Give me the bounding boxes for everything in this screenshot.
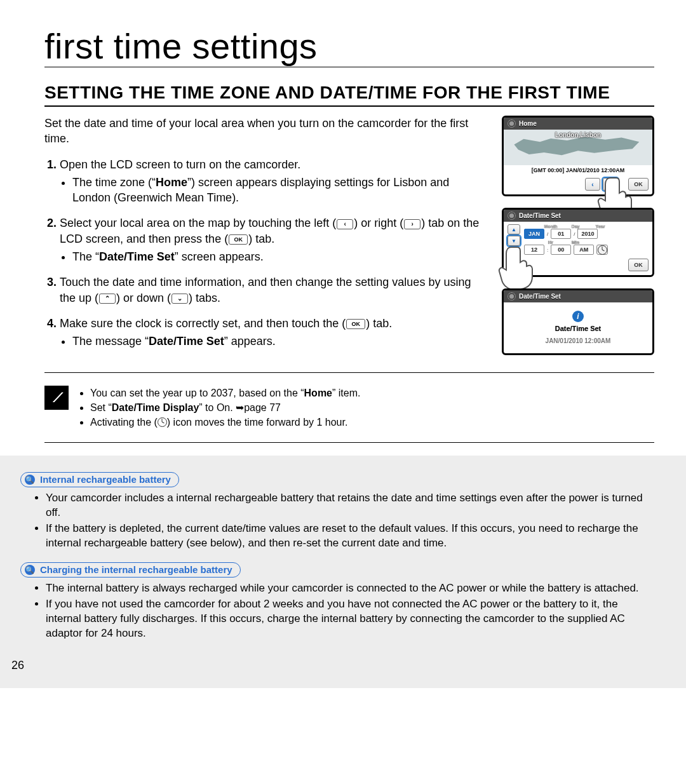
left-arrow-icon: ‹ [337,219,353,229]
info-item: If the battery is depleted, the current … [46,522,654,551]
topic-heading-2: 🔍 Charging the internal rechargeable bat… [20,562,241,578]
figure-confirm-title: Date/Time Set [508,325,649,332]
step-4-sub: The message “Date/Time Set” appears. [72,334,487,349]
intro-text: Set the date and time of your local area… [44,116,487,147]
month-field[interactable]: JAN [524,229,544,239]
step-4-text: Make sure the clock is correctly set, an… [60,317,392,330]
note-item: You can set the year up to 2037, based o… [90,386,360,400]
info-icon: i [572,311,584,322]
section-heading: SETTING THE TIME ZONE AND DATE/TIME FOR … [44,83,654,107]
step-1-text: Open the LCD screen to turn on the camco… [60,158,300,171]
figure-confirm-value: JAN/01/2010 12:00AM [508,337,649,344]
note-item: Activating the () icon moves the time fo… [90,415,360,429]
down-arrow-icon: ⌄ [172,294,188,304]
magnifier-icon: 🔍 [25,475,35,485]
ok-icon: OK [229,234,248,245]
step-4: Make sure the clock is correctly set, an… [60,316,487,349]
step-3: Touch the date and time information, and… [60,274,487,306]
info-item: If you have not used the camcorder for a… [46,597,654,641]
minute-field[interactable]: 00 [551,245,571,255]
dst-icon [158,417,167,427]
info-item: Your camcorder includes a internal recha… [46,491,654,520]
page-title: first time settings [44,25,654,67]
figure-home-header: Home [519,120,537,127]
note-box: ⁄⁄ You can set the year up to 2037, base… [44,386,654,430]
step-2-sub: The “Date/Time Set” screen appears. [72,249,487,264]
step-2: Select your local area on the map by tou… [60,215,487,264]
step-1-sub: The time zone (“Home”) screen appears di… [72,175,487,206]
topic-heading-1: 🔍 Internal rechargeable battery [20,472,179,487]
day-field[interactable]: 01 [551,229,571,239]
ok-button[interactable]: OK [628,259,649,271]
figure-datetime-header: Date/Time Set [519,212,561,219]
dst-icon[interactable] [596,245,608,255]
note-icon: ⁄⁄ [44,386,69,410]
page-number: 26 [11,658,24,673]
step-3-text: Touch the date and time information, and… [60,276,471,304]
figure-home-city: London,Lisbon [504,132,652,139]
note-item: Set “Date/Time Display” to On. ➥page 77 [90,400,360,415]
info-box: 🔍 Internal rechargeable battery Your cam… [0,456,686,688]
year-field[interactable]: 2010 [577,229,598,239]
right-arrow-icon: › [404,219,420,229]
info-item: The internal battery is always recharged… [46,581,654,596]
figure-confirm-header: Date/Time Set [519,293,561,300]
up-button[interactable]: ▲ [508,224,520,234]
gear-icon [508,119,516,128]
steps-list: Open the LCD screen to turn on the camco… [44,157,487,349]
gear-icon [508,292,516,301]
ok-icon: OK [346,319,365,329]
figure-confirm-screen: Date/Time Set i Date/Time Set JAN/01/201… [502,288,654,355]
up-arrow-icon: ⌃ [99,294,116,304]
gear-icon [508,212,516,220]
magnifier-icon: 🔍 [25,565,35,575]
hand-pointer-icon [498,243,536,291]
step-1: Open the LCD screen to turn on the camco… [60,157,487,206]
step-2-text: Select your local area on the map by tou… [60,217,479,245]
ampm-field[interactable]: AM [574,245,594,255]
